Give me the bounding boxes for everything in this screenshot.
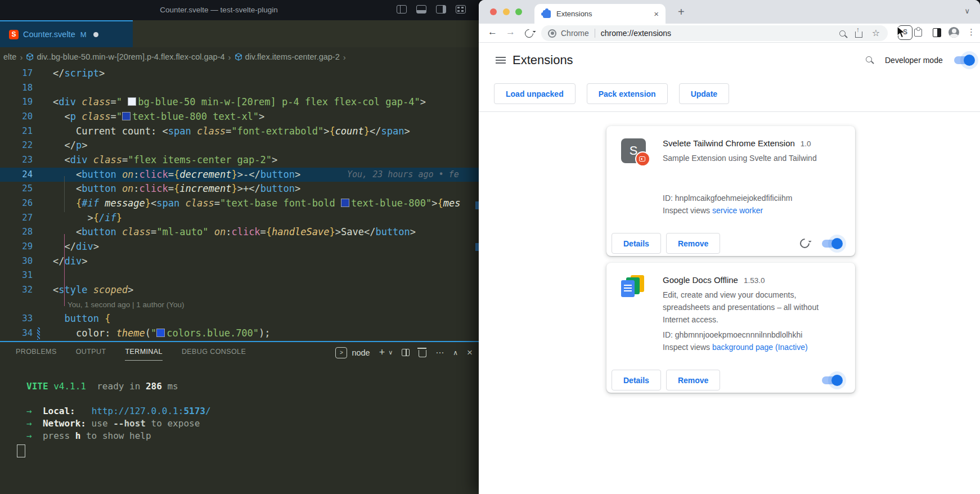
divider — [479, 111, 980, 112]
zoom-icon[interactable] — [839, 30, 846, 37]
load-unpacked-button[interactable]: Load unpacked — [494, 83, 576, 104]
developer-mode-toggle[interactable] — [954, 56, 973, 64]
forward-icon[interactable]: → — [506, 26, 515, 38]
bookmark-star-icon[interactable]: ☆ — [872, 29, 880, 38]
zoom-window-button[interactable] — [515, 8, 522, 15]
google-docs-icon — [621, 275, 646, 300]
terminal-shell-label[interactable]: node — [352, 348, 370, 357]
code-row[interactable]: 20 <p class="text-blue-800 text-xl"> — [0, 110, 484, 124]
extension-name: Google Docs Offline — [663, 275, 738, 285]
profile-avatar[interactable] — [948, 27, 959, 38]
code-row[interactable]: 21 Current count: <span class="font-extr… — [0, 124, 484, 139]
extension-badge-icon — [635, 151, 650, 167]
code-row[interactable]: 32<style scoped> — [0, 283, 484, 298]
chrome-menu-icon[interactable]: ⋮ — [967, 27, 975, 37]
code-row[interactable]: 34 color: theme("colors.blue.700"); — [0, 326, 484, 341]
terminal-line: → Local: http://127.0.0.1:5173/ — [26, 405, 211, 417]
mouse-cursor — [897, 26, 906, 39]
extensions-menu-icon[interactable] — [914, 29, 922, 37]
color-swatch — [341, 199, 349, 207]
pack-extension-button[interactable]: Pack extension — [587, 83, 668, 104]
code-row[interactable]: 18 — [0, 81, 484, 96]
url-text[interactable]: chrome://extensions — [601, 29, 839, 38]
hamburger-menu-icon[interactable] — [496, 57, 506, 58]
new-terminal-icon[interactable]: + — [379, 347, 385, 358]
sidepanel-icon[interactable] — [933, 28, 941, 37]
code-row[interactable]: 29 </div> — [0, 240, 484, 254]
terminal-output[interactable]: VITE v4.1.1 ready in 286 ms → Local: htt… — [26, 380, 211, 442]
code-row[interactable]: 22 </p> — [0, 138, 484, 153]
breadcrumb-item[interactable]: div.flex.items-center.gap-2 — [245, 52, 340, 61]
unsaved-dot-icon[interactable] — [93, 32, 98, 37]
minimize-window-button[interactable] — [503, 8, 510, 15]
extension-reload-icon[interactable] — [798, 236, 811, 250]
details-button[interactable]: Details — [612, 233, 661, 254]
inspect-views-link[interactable]: service worker — [712, 206, 763, 215]
terminal-line: → press h to show help — [26, 430, 211, 442]
remove-button[interactable]: Remove — [666, 233, 720, 254]
address-bar[interactable]: Chrome chrome://extensions ☆ — [541, 25, 888, 41]
terminal-line: → Network: use --host to expose — [26, 417, 211, 430]
code-row[interactable]: 33 button { — [0, 312, 484, 326]
line-number: 25 — [0, 182, 33, 196]
panel-tab-problems[interactable]: PROBLEMS — [16, 348, 57, 361]
tab-extensions[interactable]: Extensions × — [534, 4, 666, 24]
vscode-titlebar[interactable]: Counter.svelte — test-svelte-plugin — [0, 0, 484, 20]
toggle-sidebar-icon[interactable] — [397, 5, 407, 14]
back-icon[interactable]: ← — [488, 26, 497, 38]
terminal-panel: PROBLEMSOUTPUTTERMINALDEBUG CONSOLE > no… — [0, 341, 484, 494]
code-row[interactable]: 28 <button class="ml-auto" on:click={han… — [0, 225, 484, 240]
close-window-button[interactable] — [490, 8, 497, 15]
search-icon[interactable] — [866, 56, 872, 62]
code-lens-row[interactable]: You, 1 second ago | 1 author (You) — [0, 298, 484, 312]
tab-close-icon[interactable]: × — [654, 9, 659, 19]
code-line: </p> — [53, 138, 87, 153]
code-row[interactable]: 27 >{/if} — [0, 211, 484, 226]
customize-layout-icon[interactable] — [456, 5, 466, 14]
kill-terminal-icon[interactable] — [419, 350, 426, 357]
terminal-line: VITE v4.1.1 ready in 286 ms — [26, 380, 211, 393]
panel-more-icon[interactable]: ⋯ — [435, 348, 444, 358]
share-icon[interactable] — [855, 32, 862, 38]
code-row[interactable]: 19<div class=" bg-blue-50 min-w-[20rem] … — [0, 95, 484, 110]
code-row[interactable]: 23 <div class="flex items-center gap-2"> — [0, 153, 484, 168]
maximize-panel-icon[interactable]: ∧ — [453, 349, 458, 357]
close-panel-icon[interactable]: × — [467, 347, 473, 358]
extension-description: Edit, create and view your documents, sp… — [663, 289, 840, 326]
git-blame-lens: You, 1 second ago | 1 author (You) — [68, 298, 184, 312]
code-row[interactable]: 25 <button on:click={increment}>+</butto… — [0, 182, 484, 196]
new-tab-button[interactable]: + — [678, 6, 685, 19]
extension-enabled-toggle[interactable] — [822, 376, 841, 384]
split-terminal-icon[interactable] — [402, 349, 410, 356]
line-number: 31 — [0, 268, 33, 283]
reload-icon[interactable] — [523, 28, 535, 39]
code-row[interactable]: 30</div> — [0, 254, 484, 269]
code-row[interactable]: 26 {#if message}<span class="text-base f… — [0, 196, 484, 211]
toggle-secondary-sidebar-icon[interactable] — [436, 5, 446, 14]
panel-tab-terminal[interactable]: TERMINAL — [125, 348, 162, 361]
panel-tab-output[interactable]: OUTPUT — [76, 348, 106, 361]
panel-tab-debug-console[interactable]: DEBUG CONSOLE — [182, 348, 246, 361]
toggle-panel-icon[interactable] — [416, 5, 426, 14]
terminal-dropdown-icon[interactable]: ∨ — [388, 349, 393, 356]
tab-counter-svelte[interactable]: S Counter.svelte M — [0, 20, 133, 47]
remove-button[interactable]: Remove — [666, 370, 720, 390]
code-row[interactable]: 24 <button on:click={decrement}>-</butto… — [0, 168, 484, 182]
update-button[interactable]: Update — [679, 83, 729, 104]
bracket-pair-guide — [64, 234, 65, 306]
inspect-views-link[interactable]: background page (Inactive) — [712, 343, 808, 352]
terminal-cursor — [17, 444, 25, 457]
details-button[interactable]: Details — [612, 370, 661, 390]
breadcrumb-item[interactable]: div..bg-blue-50.min-w-[20rem].p-4.flex.f… — [37, 52, 224, 61]
code-line: Current count: <span class="font-extrabo… — [53, 124, 410, 139]
breadcrumb[interactable]: elte›div..bg-blue-50.min-w-[20rem].p-4.f… — [0, 47, 484, 66]
line-number: 21 — [0, 124, 33, 139]
code-editor[interactable]: 17</script>1819<div class=" bg-blue-50 m… — [0, 66, 484, 341]
breadcrumb-chevron-icon: › — [343, 52, 346, 62]
tab-search-chevron-icon[interactable]: ∨ — [964, 7, 970, 15]
extension-enabled-toggle[interactable] — [822, 240, 841, 248]
breadcrumb-item[interactable]: elte — [3, 52, 16, 61]
code-row[interactable]: 31 — [0, 268, 484, 283]
terminal-shell-icon[interactable]: > — [335, 347, 347, 358]
code-row[interactable]: 17</script> — [0, 66, 484, 81]
